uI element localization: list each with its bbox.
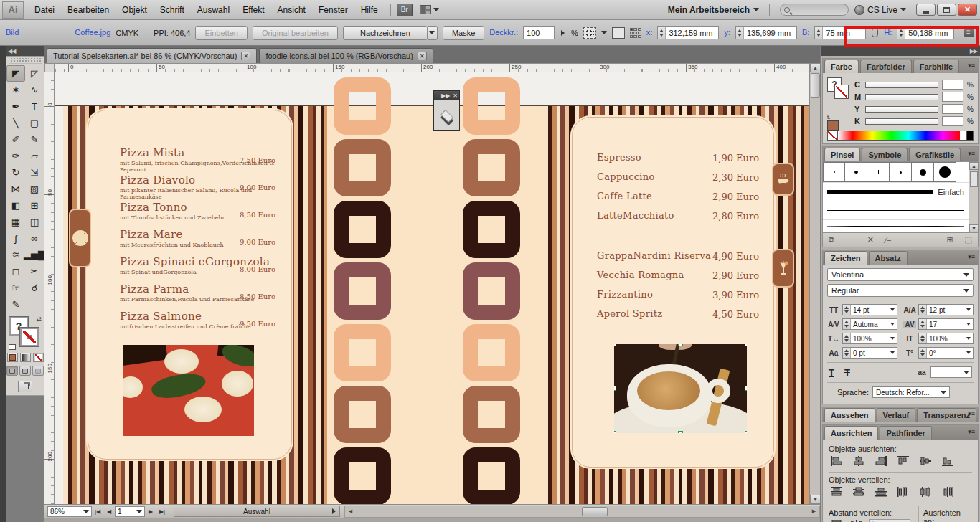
menu-card-left[interactable]: Pizza Mista mit Salami, frischen Champig… xyxy=(88,110,292,460)
cs-live-button[interactable]: CS Live xyxy=(854,5,906,15)
menu-item[interactable]: Ansicht xyxy=(271,2,312,18)
floating-panel[interactable]: ▶▶ ✕ xyxy=(433,90,460,130)
pen-tool[interactable]: ✒ xyxy=(6,98,25,115)
dist-vcenter-button[interactable] xyxy=(851,485,867,498)
menu-item[interactable]: Schrift xyxy=(154,2,191,18)
channel-value-input[interactable] xyxy=(942,92,963,102)
panel-tab[interactable]: Pinsel xyxy=(824,148,860,161)
fill-stroke-widget[interactable]: ⇄ ? xyxy=(9,317,41,348)
kerning-field[interactable]: A⁄V Automa xyxy=(827,318,897,330)
zoom-tool[interactable]: ☌ xyxy=(25,280,44,296)
width-link[interactable]: B: xyxy=(802,28,809,37)
draw-behind-mode[interactable] xyxy=(19,366,31,376)
selection-handle[interactable] xyxy=(745,344,747,346)
menu-item[interactable]: Hilfe xyxy=(354,2,385,18)
anti-alias-field[interactable]: aa xyxy=(915,366,972,378)
scroll-up-icon[interactable]: ▲ xyxy=(810,63,821,72)
selection-handle[interactable] xyxy=(614,386,616,391)
fill-stroke-proxy[interactable]: ? xyxy=(827,77,852,102)
new-brush-icon[interactable]: ⊞ xyxy=(946,235,953,245)
mesh-tool[interactable]: ▦ xyxy=(6,214,25,230)
paint-none-button[interactable] xyxy=(33,353,44,362)
draw-normal-mode[interactable] xyxy=(6,366,18,376)
type-tool[interactable]: T xyxy=(25,98,44,115)
draw-inside-mode[interactable] xyxy=(32,366,44,376)
selection-handle[interactable] xyxy=(745,386,747,391)
dock-collapse-button[interactable]: ◀◀ xyxy=(6,46,44,56)
graph-tool[interactable]: ▂▅▇ xyxy=(25,247,44,263)
lasso-tool[interactable]: ∿ xyxy=(25,82,44,98)
workspace-switcher[interactable]: Mein Arbeitsbereich xyxy=(668,5,759,15)
bild-link[interactable]: Bild xyxy=(6,28,19,37)
direct-selection-tool[interactable]: ◸ xyxy=(25,65,44,82)
width-tool[interactable]: ⋈ xyxy=(6,181,25,197)
deckkraft-link[interactable]: Deckkr.: xyxy=(489,28,518,37)
channel-value-input[interactable] xyxy=(942,116,963,126)
align-left-button[interactable] xyxy=(829,455,844,468)
line-tool[interactable]: ╲ xyxy=(6,115,25,131)
shape-builder-tool[interactable]: ◧ xyxy=(6,197,25,214)
symbol-sprayer-tool[interactable]: ≋ xyxy=(6,247,25,263)
dist-left-button[interactable] xyxy=(895,485,911,498)
search-input[interactable] xyxy=(780,4,849,16)
brush-swatch[interactable] xyxy=(845,162,867,182)
menu-item[interactable]: Effekt xyxy=(236,2,270,18)
blend-tool[interactable]: ∞ xyxy=(25,230,44,247)
rotate-tool[interactable]: ↻ xyxy=(6,164,25,181)
panel-tab[interactable]: Farbfelder xyxy=(860,60,912,73)
canvas-viewport[interactable]: Pizza Mista mit Salami, frischen Champig… xyxy=(55,72,809,504)
horizontal-scale-field[interactable]: T↔ 100% xyxy=(827,333,897,344)
close-button[interactable]: ✕ xyxy=(958,4,977,16)
magic-wand-tool[interactable]: ✶ xyxy=(6,82,25,98)
height-link[interactable]: H: xyxy=(884,28,892,37)
stroke-proxy[interactable] xyxy=(20,328,39,346)
panel-menu-icon[interactable]: ▾≡ xyxy=(968,410,975,417)
menu-item[interactable]: Objekt xyxy=(116,2,154,18)
brush-libraries-icon[interactable]: ⧉ xyxy=(829,235,834,245)
baseline-shift-field[interactable]: Aa 0 pt xyxy=(827,347,897,359)
blob-brush-tool[interactable]: ✑ xyxy=(6,148,25,164)
spinner[interactable] xyxy=(658,27,666,39)
brush-swatch[interactable] xyxy=(934,162,956,182)
arrange-documents-button[interactable] xyxy=(420,5,439,14)
panel-menu-icon[interactable]: ▾≡ xyxy=(968,253,975,260)
strikethrough-button[interactable]: T xyxy=(844,367,850,378)
artboard-tool[interactable]: ◻ xyxy=(6,263,25,280)
close-icon[interactable]: ✕ xyxy=(241,52,250,60)
maske-button[interactable]: Maske xyxy=(443,26,484,40)
next-artboard-button[interactable]: ▶ xyxy=(145,506,156,517)
spacing-value-input[interactable]: 5 mm xyxy=(869,519,910,522)
hspace-button[interactable] xyxy=(849,518,864,522)
ruler-corner[interactable] xyxy=(44,63,55,72)
reference-point-locator[interactable] xyxy=(630,28,641,38)
style-options-icon[interactable] xyxy=(583,27,596,39)
font-style-select[interactable]: Regular xyxy=(827,284,974,297)
pencil-tool[interactable]: ✎ xyxy=(25,131,44,148)
scroll-right-icon[interactable]: ▶ xyxy=(809,507,819,516)
expand-panel-icon[interactable]: ▶▶ xyxy=(441,92,450,99)
brush-swatch[interactable] xyxy=(912,162,934,182)
scroll-down-icon[interactable]: ▼ xyxy=(810,495,821,504)
align-vcenter-button[interactable] xyxy=(918,455,933,468)
last-artboard-button[interactable]: ▶| xyxy=(156,506,168,517)
channel-slider[interactable] xyxy=(865,106,938,113)
first-artboard-button[interactable]: |◀ xyxy=(92,506,103,517)
align-right-button[interactable] xyxy=(873,455,889,468)
x-link[interactable]: x: xyxy=(646,28,653,37)
width-input[interactable]: 75 mm xyxy=(814,26,866,39)
free-transform-icon[interactable] xyxy=(612,27,625,39)
slice-tool[interactable]: ✂ xyxy=(25,263,44,280)
status-indicator[interactable]: Auswahl xyxy=(174,506,340,517)
panel-tab[interactable]: Ausrichten xyxy=(824,426,878,440)
color-spectrum[interactable] xyxy=(827,130,974,141)
vertical-ruler[interactable]: 050100150200 xyxy=(44,72,55,504)
spectrum-gradient[interactable] xyxy=(838,131,960,140)
nachzeichnen-dropdown[interactable] xyxy=(428,26,438,40)
height-input[interactable]: 50,188 mm xyxy=(897,26,954,39)
language-select[interactable]: Deutsch: Refor... xyxy=(872,386,950,398)
panel-menu-icon[interactable]: ▾≡ xyxy=(968,62,975,69)
scroll-down-icon[interactable]: ▼ xyxy=(969,224,979,232)
panel-menu-icon[interactable]: ▾≡ xyxy=(968,428,975,435)
scroll-up-icon[interactable]: ▲ xyxy=(969,162,979,170)
swap-fill-stroke-icon[interactable]: ⇄ xyxy=(36,315,42,323)
